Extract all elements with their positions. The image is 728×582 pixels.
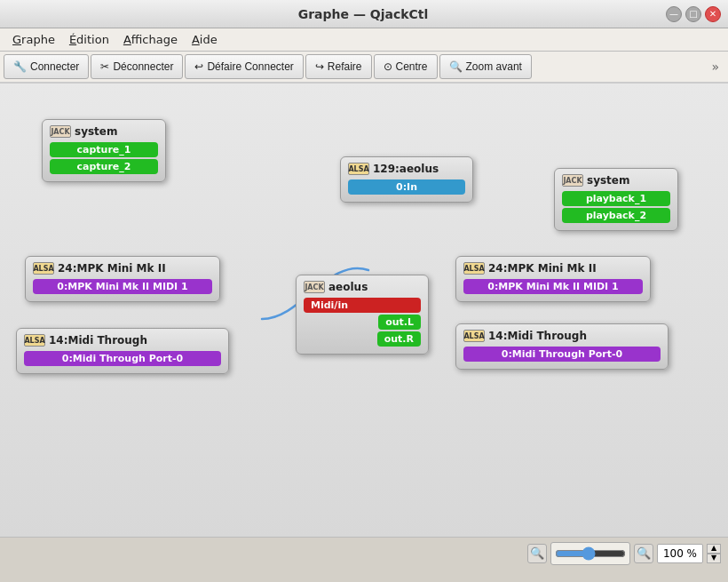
playback1-port[interactable]: playback_1 bbox=[562, 191, 670, 206]
toolbar-overflow[interactable]: » bbox=[706, 60, 724, 74]
window-controls: — □ ✕ bbox=[666, 6, 721, 22]
node-header: JACK system bbox=[50, 125, 158, 138]
connect-button[interactable]: 🔧 Connecter bbox=[4, 54, 89, 79]
midi-through-right-node[interactable]: ALSA 14:Midi Through 0:Midi Through Port… bbox=[455, 323, 669, 370]
node-header: JACK system bbox=[562, 174, 670, 187]
close-button[interactable]: ✕ bbox=[705, 6, 721, 22]
node-header: ALSA 14:Midi Through bbox=[463, 330, 661, 342]
node-title: 129:aeolus bbox=[373, 163, 439, 175]
window-title: Graphe — QjackCtl bbox=[60, 7, 666, 21]
midi-through-port0[interactable]: 0:Midi Through Port-0 bbox=[24, 351, 221, 366]
jack-logo: JACK bbox=[562, 174, 583, 187]
jack-logo: JACK bbox=[304, 281, 325, 293]
in-port[interactable]: 0:In bbox=[348, 179, 465, 195]
undo-connect-button[interactable]: ↩ Défaire Connecter bbox=[185, 54, 303, 79]
node-title: 14:Midi Through bbox=[488, 330, 587, 342]
toolbar: 🔧 Connecter ✂ Déconnecter ↩ Défaire Conn… bbox=[0, 52, 728, 84]
node-title: system bbox=[587, 174, 630, 187]
node-title: 24:MPK Mini Mk II bbox=[58, 262, 166, 275]
alsa-logo: ALSA bbox=[33, 262, 54, 275]
node-header: ALSA 14:Midi Through bbox=[24, 334, 221, 347]
wrench-icon: 🔧 bbox=[13, 60, 27, 73]
jack-logo: JACK bbox=[50, 125, 71, 138]
node-title: aeolus bbox=[328, 281, 368, 293]
node-header: JACK aeolus bbox=[304, 281, 421, 293]
zoom-slider-container bbox=[550, 542, 630, 565]
zoom-value: 100 % bbox=[657, 544, 703, 563]
mpk-midi1-port[interactable]: 0:MPK Mini Mk II MIDI 1 bbox=[33, 279, 212, 294]
zoom-spinbox: ▲ ▼ bbox=[707, 544, 721, 563]
midi-through-left-node[interactable]: ALSA 14:Midi Through 0:Midi Through Port… bbox=[16, 328, 229, 374]
scissors-icon: ✂ bbox=[100, 60, 109, 73]
center-icon: ⊙ bbox=[384, 60, 392, 73]
mpk-right-node[interactable]: ALSA 24:MPK Mini Mk II 0:MPK Mini Mk II … bbox=[455, 256, 651, 302]
alsa-logo: ALSA bbox=[348, 163, 369, 175]
zoom-in-status-icon[interactable]: 🔍 bbox=[634, 544, 653, 563]
aeolus-midi-node[interactable]: ALSA 129:aeolus 0:In bbox=[340, 156, 473, 203]
maximize-button[interactable]: □ bbox=[685, 6, 701, 22]
outr-port[interactable]: out.R bbox=[377, 331, 421, 347]
disconnect-button[interactable]: ✂ Déconnecter bbox=[91, 54, 183, 79]
menu-edition[interactable]: Édition bbox=[62, 30, 116, 49]
alsa-logo: ALSA bbox=[463, 262, 485, 275]
zoom-out-icon[interactable]: 🔍 bbox=[527, 544, 547, 563]
node-header: ALSA 24:MPK Mini Mk II bbox=[463, 262, 643, 275]
graph-canvas[interactable]: JACK system capture_1 capture_2 ALSA 129… bbox=[0, 84, 728, 537]
redo-button[interactable]: ↪ Refaire bbox=[305, 54, 372, 79]
undo-label: Défaire Connecter bbox=[207, 60, 293, 73]
left-system-node[interactable]: JACK system capture_1 capture_2 bbox=[42, 119, 166, 182]
zoom-slider[interactable] bbox=[555, 546, 626, 561]
center-button[interactable]: ⊙ Centre bbox=[374, 54, 438, 79]
menu-graphe[interactable]: Graphe bbox=[5, 30, 62, 49]
port-row: out.R bbox=[304, 331, 421, 347]
zoom-in-icon: 🔍 bbox=[449, 60, 463, 73]
title-bar: Graphe — QjackCtl — □ ✕ bbox=[0, 0, 728, 28]
node-header: ALSA 24:MPK Mini Mk II bbox=[33, 262, 212, 275]
zoom-in-button[interactable]: 🔍 Zoom avant bbox=[439, 54, 532, 79]
status-bar: 🔍 🔍 100 % ▲ ▼ bbox=[0, 537, 728, 569]
menu-bar: Graphe Édition Affichage Aide bbox=[0, 28, 728, 52]
outl-port[interactable]: out.L bbox=[378, 315, 421, 330]
redo-label: Refaire bbox=[328, 60, 362, 73]
connect-label: Connecter bbox=[30, 60, 79, 73]
menu-affichage[interactable]: Affichage bbox=[116, 30, 185, 49]
undo-icon: ↩ bbox=[194, 60, 203, 73]
node-title: 14:Midi Through bbox=[49, 334, 147, 347]
right-system-node[interactable]: JACK system playback_1 playback_2 bbox=[554, 168, 678, 231]
mpk-left-node[interactable]: ALSA 24:MPK Mini Mk II 0:MPK Mini Mk II … bbox=[25, 256, 220, 302]
zoom-in-label: Zoom avant bbox=[466, 60, 522, 73]
disconnect-label: Déconnecter bbox=[113, 60, 173, 73]
minimize-button[interactable]: — bbox=[666, 6, 682, 22]
midiin-port[interactable]: Midi/in bbox=[304, 298, 421, 313]
alsa-logo: ALSA bbox=[463, 330, 485, 342]
node-title: 24:MPK Mini Mk II bbox=[488, 262, 597, 275]
center-label: Centre bbox=[396, 60, 428, 73]
playback2-port[interactable]: playback_2 bbox=[562, 208, 670, 223]
node-title: system bbox=[75, 125, 118, 138]
mpk-midi1-port-right[interactable]: 0:MPK Mini Mk II MIDI 1 bbox=[463, 279, 643, 294]
zoom-down-button[interactable]: ▼ bbox=[707, 554, 721, 563]
capture1-port[interactable]: capture_1 bbox=[50, 142, 158, 157]
menu-aide[interactable]: Aide bbox=[185, 30, 225, 49]
redo-icon: ↪ bbox=[315, 60, 324, 73]
midi-through-right-port0[interactable]: 0:Midi Through Port-0 bbox=[463, 347, 661, 362]
alsa-logo: ALSA bbox=[24, 334, 45, 347]
node-header: ALSA 129:aeolus bbox=[348, 163, 465, 175]
zoom-up-button[interactable]: ▲ bbox=[707, 544, 721, 554]
port-row: out.L bbox=[304, 315, 421, 330]
capture2-port[interactable]: capture_2 bbox=[50, 159, 158, 174]
aeolus-audio-node[interactable]: JACK aeolus Midi/in out.L out.R bbox=[296, 275, 429, 355]
